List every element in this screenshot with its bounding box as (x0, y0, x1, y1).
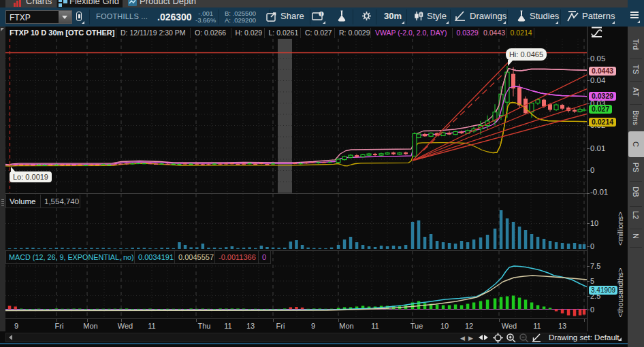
svg-text:i: i (321, 12, 322, 16)
